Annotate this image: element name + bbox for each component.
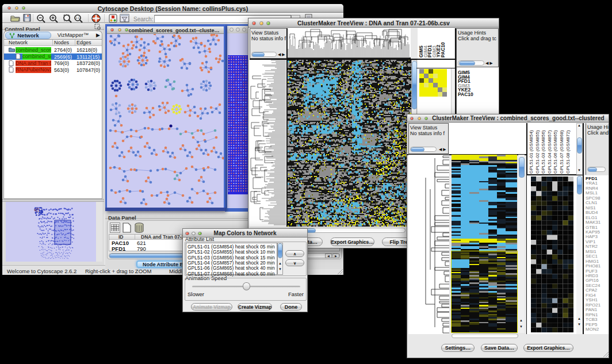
svg-text:1:1: 1:1 <box>76 16 80 20</box>
